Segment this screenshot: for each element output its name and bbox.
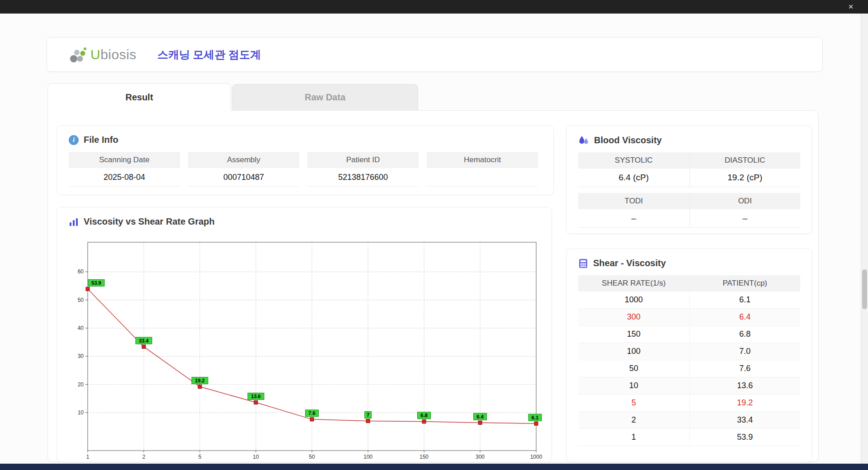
patient-viscosity-cell: 7.0	[689, 343, 801, 360]
blood-viscosity-card: Blood Viscosity SYSTOLIC DIASTOLIC 6.4 (…	[566, 125, 812, 234]
shear-rate-cell: 2	[578, 412, 689, 428]
table-row: 3006.4	[578, 309, 800, 326]
table-row: 153.9	[578, 429, 800, 446]
droplets-icon	[578, 135, 589, 146]
chart-area: 1020304050601251050100150300100053.933.4…	[65, 232, 544, 462]
bar-chart-icon	[69, 217, 79, 227]
svg-text:5: 5	[198, 454, 202, 460]
table-row: 519.2	[578, 395, 800, 412]
close-icon[interactable]: ×	[842, 0, 860, 14]
logo-letter-u: U	[90, 47, 100, 62]
ubiosis-logo: Ubiosis	[68, 45, 137, 65]
diastolic-value: 19.2 (cP)	[689, 169, 801, 187]
file-info-card: i File Info Scanning Date 2025-08-04 Ass…	[57, 125, 554, 195]
svg-text:1000: 1000	[530, 454, 542, 460]
field-value: 000710487	[188, 168, 299, 187]
shear-viscosity-card: Shear - Viscosity SHEAR RATE(1/s) PATIEN…	[566, 249, 812, 462]
patient-viscosity-cell: 33.4	[689, 412, 801, 428]
scrollbar-thumb[interactable]	[862, 269, 867, 309]
svg-text:6.1: 6.1	[532, 415, 538, 420]
patient-viscosity-cell: 53.9	[689, 429, 801, 446]
blood-viscosity-title: Blood Viscosity	[594, 135, 662, 146]
svg-text:7: 7	[367, 412, 369, 418]
calculator-icon	[578, 258, 588, 268]
table-row: 233.4	[578, 412, 800, 429]
vertical-scrollbar[interactable]	[861, 14, 868, 464]
shear-rate-column-header: SHEAR RATE(1/s)	[578, 275, 689, 291]
result-panel: i File Info Scanning Date 2025-08-04 Ass…	[47, 110, 819, 462]
shear-viscosity-header: Shear - Viscosity	[566, 249, 812, 268]
shear-rate-cell: 1	[578, 429, 689, 446]
blood-viscosity-header: Blood Viscosity	[566, 126, 812, 146]
bv-value-row: – –	[578, 209, 800, 228]
svg-text:1: 1	[86, 454, 90, 460]
ubiosis-logo-icon	[68, 45, 88, 65]
field-hematocrit: Hematocrit	[427, 152, 538, 187]
field-value	[427, 168, 538, 187]
info-icon: i	[69, 135, 79, 145]
field-label: Assembly	[188, 152, 299, 168]
svg-text:53.9: 53.9	[91, 280, 101, 286]
svg-text:33.4: 33.4	[139, 338, 149, 343]
todi-value: –	[578, 209, 689, 228]
patient-viscosity-cell: 6.4	[689, 309, 801, 325]
window-titlebar: ×	[0, 0, 868, 14]
field-label: Patient ID	[307, 152, 419, 168]
table-row: 1007.0	[578, 343, 800, 360]
patient-viscosity-cell: 6.1	[689, 291, 801, 308]
svg-text:150: 150	[420, 454, 429, 460]
graph-card-title: Viscosity vs Shear Rate Graph	[84, 216, 215, 227]
svg-text:50: 50	[78, 297, 84, 303]
page-title: 스캐닝 모세관 점도계	[157, 47, 261, 62]
shear-rate-cell: 50	[578, 360, 689, 377]
odi-value: –	[689, 209, 801, 228]
field-label: Scanning Date	[69, 152, 180, 168]
svg-text:10: 10	[253, 454, 259, 460]
tab-result[interactable]: Result	[47, 83, 231, 111]
field-label: Hematocrit	[427, 152, 538, 168]
svg-text:300: 300	[476, 454, 485, 460]
svg-text:19.2: 19.2	[195, 378, 204, 383]
todi-label: TODI	[578, 193, 689, 209]
svg-text:60: 60	[78, 268, 84, 275]
patient-viscosity-cell: 13.6	[689, 377, 801, 394]
patient-viscosity-cell: 7.6	[689, 360, 801, 377]
bottom-edge-bar	[0, 464, 868, 470]
bv-value-row: 6.4 (cP) 19.2 (cP)	[578, 169, 800, 187]
viscosity-line-chart: 1020304050601251050100150300100053.933.4…	[65, 232, 544, 460]
svg-text:6.8: 6.8	[420, 413, 427, 418]
field-scanning-date: Scanning Date 2025-08-04	[69, 152, 180, 187]
file-info-header: i File Info	[57, 126, 553, 145]
field-assembly: Assembly 000710487	[188, 152, 299, 187]
field-value: 2025-08-04	[69, 168, 180, 187]
svg-text:10: 10	[78, 409, 84, 416]
shear-rate-cell: 10	[578, 377, 689, 394]
table-row: 10006.1	[578, 291, 800, 309]
svg-text:30: 30	[78, 353, 84, 359]
shear-rate-cell: 5	[578, 395, 689, 411]
svg-text:2: 2	[142, 454, 146, 460]
patient-viscosity-cell: 6.8	[689, 326, 801, 343]
table-header-row: SHEAR RATE(1/s) PATIENT(cp)	[578, 275, 800, 291]
table-row: 1013.6	[578, 377, 800, 395]
systolic-value: 6.4 (cP)	[578, 169, 689, 187]
shear-rate-cell: 100	[578, 343, 689, 360]
app-window: × Ubiosis 스캐닝 모세관 점도계 Result Raw Data i …	[0, 0, 868, 470]
field-patient-id: Patient ID 52138176600	[307, 152, 419, 187]
shear-rate-cell: 150	[578, 326, 689, 343]
patient-viscosity-cell: 19.2	[689, 395, 801, 411]
file-info-title: File Info	[84, 135, 118, 145]
diastolic-label: DIASTOLIC	[689, 152, 801, 169]
tab-raw-data[interactable]: Raw Data	[232, 84, 418, 110]
logo-wordmark: Ubiosis	[90, 47, 137, 62]
graph-card-header: Viscosity vs Shear Rate Graph	[57, 207, 552, 227]
svg-text:13.6: 13.6	[251, 394, 260, 399]
table-row: 1506.8	[578, 326, 800, 343]
odi-label: ODI	[689, 193, 801, 209]
svg-text:20: 20	[78, 381, 84, 388]
file-info-fields: Scanning Date 2025-08-04 Assembly 000710…	[69, 152, 542, 187]
field-value: 52138176600	[307, 168, 419, 187]
app-header: Ubiosis 스캐닝 모세관 점도계	[47, 37, 823, 72]
viscosity-graph-card: Viscosity vs Shear Rate Graph 1020304050…	[57, 207, 552, 462]
systolic-label: SYSTOLIC	[578, 152, 689, 169]
